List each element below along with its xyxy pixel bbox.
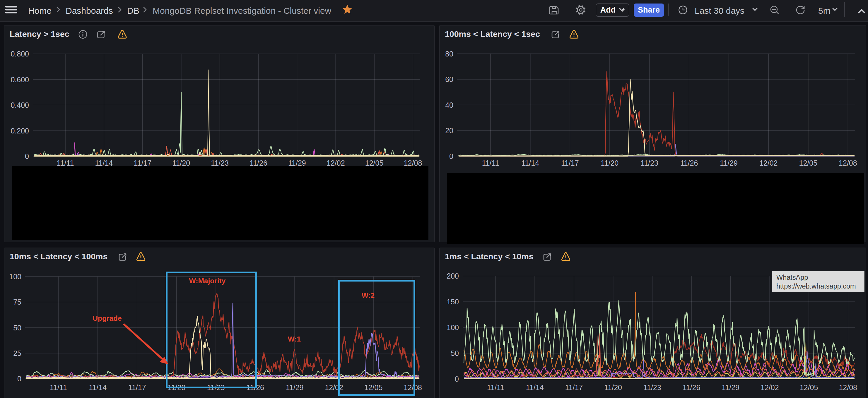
svg-text:0.200: 0.200 xyxy=(10,127,29,135)
svg-text:12/08: 12/08 xyxy=(839,384,857,392)
svg-text:W:2: W:2 xyxy=(362,292,375,299)
svg-text:11/29: 11/29 xyxy=(286,384,304,392)
svg-text:50: 50 xyxy=(451,349,459,357)
svg-text:12/05: 12/05 xyxy=(364,384,383,392)
svg-text:25: 25 xyxy=(13,349,21,357)
svg-text:12/02: 12/02 xyxy=(325,384,343,392)
svg-text:50: 50 xyxy=(13,324,21,332)
svg-text:100: 100 xyxy=(446,323,459,332)
svg-text:0: 0 xyxy=(455,375,459,383)
svg-text:100: 100 xyxy=(9,272,21,280)
svg-text:12/08: 12/08 xyxy=(404,384,422,392)
svg-text:80: 80 xyxy=(445,50,453,58)
svg-text:11/14: 11/14 xyxy=(89,384,106,392)
svg-text:0: 0 xyxy=(25,152,29,160)
svg-text:60: 60 xyxy=(445,75,453,84)
svg-text:11/23: 11/23 xyxy=(643,384,661,392)
svg-text:W:Majority: W:Majority xyxy=(189,277,226,285)
svg-text:0: 0 xyxy=(17,374,21,383)
svg-text:Upgrade: Upgrade xyxy=(93,314,122,322)
svg-text:11/11: 11/11 xyxy=(50,384,67,392)
svg-text:150: 150 xyxy=(446,298,459,306)
svg-text:11/14: 11/14 xyxy=(521,159,539,167)
svg-text:40: 40 xyxy=(445,101,453,109)
svg-text:W:1: W:1 xyxy=(288,335,301,343)
svg-text:0: 0 xyxy=(449,152,453,160)
svg-text:200: 200 xyxy=(446,272,459,280)
svg-text:20: 20 xyxy=(445,126,453,135)
svg-text:12/05: 12/05 xyxy=(800,384,818,392)
svg-text:0.400: 0.400 xyxy=(10,101,29,109)
svg-text:11/17: 11/17 xyxy=(565,384,583,392)
svg-text:11/26: 11/26 xyxy=(683,384,701,392)
svg-text:11/11: 11/11 xyxy=(482,159,499,167)
svg-text:11/11: 11/11 xyxy=(487,384,504,392)
svg-text:10ms < Latency < 100ms: 10ms < Latency < 100ms xyxy=(10,252,107,261)
svg-text:11/17: 11/17 xyxy=(128,384,146,392)
svg-text:11/29: 11/29 xyxy=(721,384,739,392)
svg-text:12/02: 12/02 xyxy=(760,159,778,167)
svg-text:11/14: 11/14 xyxy=(526,384,544,392)
svg-text:Latency > 1sec: Latency > 1sec xyxy=(10,29,69,39)
svg-text:0.800: 0.800 xyxy=(10,50,29,58)
svg-text:1ms < Latency < 10ms: 1ms < Latency < 10ms xyxy=(445,252,533,261)
svg-text:11/20: 11/20 xyxy=(604,384,622,392)
svg-text:12/08: 12/08 xyxy=(839,159,857,167)
svg-text:11/26: 11/26 xyxy=(680,159,698,167)
svg-text:11/29: 11/29 xyxy=(720,159,738,167)
svg-text:11/17: 11/17 xyxy=(561,159,579,167)
svg-text:11/23: 11/23 xyxy=(641,159,658,167)
svg-text:100ms < Latency < 1sec: 100ms < Latency < 1sec xyxy=(445,29,540,39)
svg-text:12/05: 12/05 xyxy=(799,159,818,167)
svg-text:0.600: 0.600 xyxy=(10,75,29,84)
svg-text:75: 75 xyxy=(13,298,21,306)
svg-text:11/20: 11/20 xyxy=(601,159,619,167)
svg-text:12/02: 12/02 xyxy=(761,384,779,392)
